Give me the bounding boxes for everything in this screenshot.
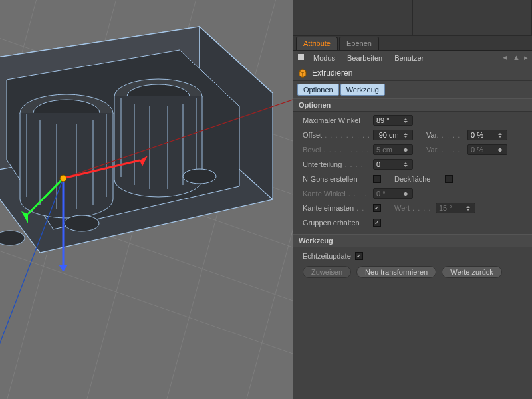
menu-edit[interactable]: Bearbeiten bbox=[342, 53, 388, 63]
label-bevel: Bevel . . . . . . . . . . bbox=[303, 146, 369, 154]
input-snap-value[interactable] bbox=[436, 203, 475, 213]
button-assign[interactable]: Zuweisen bbox=[303, 266, 351, 278]
input-offset-var[interactable] bbox=[467, 130, 507, 140]
button-reset-values[interactable]: Werte zurück bbox=[442, 266, 502, 278]
section-options: Optionen bbox=[293, 98, 532, 112]
svg-marker-40 bbox=[59, 265, 68, 271]
grid-icon[interactable] bbox=[297, 53, 307, 63]
svg-line-3 bbox=[0, 239, 293, 372]
tool-name: Extrudieren bbox=[312, 68, 352, 78]
panel-tabs: Attribute Ebenen bbox=[293, 36, 532, 51]
svg-point-30 bbox=[183, 169, 216, 184]
label-edge-snap: Kante einrasten . . bbox=[303, 204, 369, 212]
svg-rect-44 bbox=[298, 57, 301, 60]
tool-header: Extrudieren bbox=[293, 65, 532, 81]
button-new-transform[interactable]: Neu transformieren bbox=[356, 266, 436, 278]
nav-up-icon[interactable]: ▲ bbox=[513, 53, 520, 62]
menu-mode[interactable]: Modus bbox=[308, 53, 340, 63]
extrude-icon bbox=[297, 68, 308, 78]
svg-point-41 bbox=[60, 175, 66, 182]
label-caps: Deckfläche bbox=[394, 175, 441, 183]
label-edge-angle: Kante Winkel . . . . bbox=[303, 190, 369, 198]
nav-back-icon[interactable]: ◄ bbox=[501, 53, 509, 62]
check-ngons[interactable] bbox=[373, 175, 381, 183]
panel-preview-slots bbox=[293, 0, 532, 36]
label-offset-var: Var. . . . . bbox=[426, 131, 464, 139]
svg-rect-43 bbox=[301, 54, 304, 57]
nav-fwd-icon[interactable]: ▸ bbox=[524, 53, 528, 62]
input-subdivision[interactable] bbox=[373, 159, 413, 170]
svg-rect-45 bbox=[301, 57, 304, 60]
section-werkzeug: Werkzeug bbox=[293, 234, 532, 247]
tab-attribute[interactable]: Attribute bbox=[296, 37, 338, 50]
check-caps[interactable] bbox=[445, 175, 453, 183]
label-snap-value: Wert . . . . . bbox=[394, 204, 432, 212]
label-offset: Offset . . . . . . . . . bbox=[303, 131, 369, 139]
svg-rect-42 bbox=[298, 54, 301, 57]
label-max-angle: Maximaler Winkel bbox=[303, 116, 369, 124]
check-realtime[interactable] bbox=[355, 252, 363, 260]
attribute-panel: Attribute Ebenen Modus Bearbeiten Benutz… bbox=[293, 0, 532, 399]
tool-subtabs: Optionen Werkzeug bbox=[293, 81, 532, 98]
tab-layers[interactable]: Ebenen bbox=[339, 37, 379, 50]
label-bevel-var: Var. . . . . bbox=[426, 146, 464, 154]
check-preserve-groups[interactable] bbox=[373, 219, 381, 227]
input-bevel-var[interactable] bbox=[467, 144, 507, 155]
input-offset[interactable] bbox=[373, 130, 413, 140]
svg-point-31 bbox=[65, 215, 99, 231]
label-ngons: N-Gons erstellen bbox=[303, 175, 369, 183]
input-edge-angle[interactable] bbox=[373, 188, 413, 199]
input-max-angle[interactable] bbox=[373, 115, 413, 126]
label-subdivision: Unterteilung . . . . bbox=[303, 160, 369, 168]
svg-point-32 bbox=[0, 231, 25, 245]
subtab-options[interactable]: Optionen bbox=[297, 84, 339, 96]
attribute-menubar: Modus Bearbeiten Benutzer ◄ ▲ ▸ bbox=[293, 51, 532, 65]
label-realtime: Echtzeitupdate bbox=[303, 252, 351, 260]
menu-user[interactable]: Benutzer bbox=[389, 53, 429, 63]
input-bevel[interactable] bbox=[373, 144, 413, 155]
subtab-werkzeug[interactable]: Werkzeug bbox=[340, 84, 385, 96]
viewport-3d[interactable] bbox=[0, 0, 293, 399]
label-preserve-groups: Gruppen erhalten bbox=[303, 219, 369, 227]
check-edge-snap[interactable] bbox=[373, 204, 381, 212]
